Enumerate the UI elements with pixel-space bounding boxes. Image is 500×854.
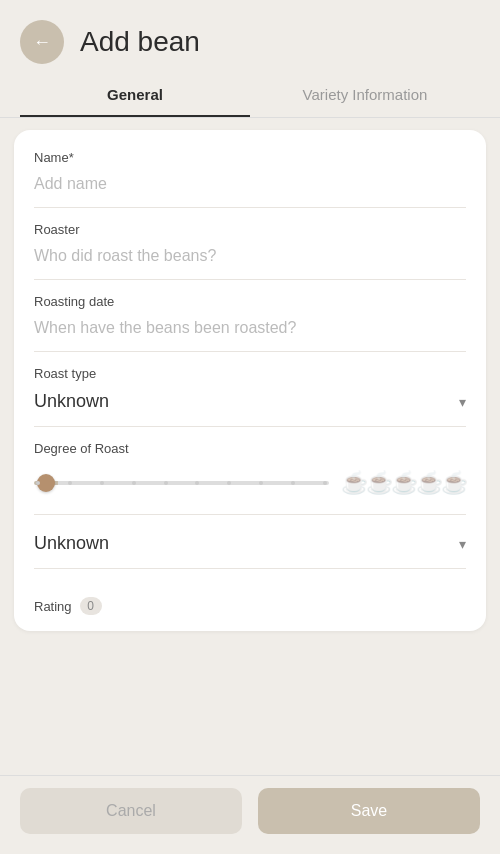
slider-dot (323, 481, 327, 485)
chevron-down-icon-2: ▾ (459, 536, 466, 552)
name-divider (34, 207, 466, 208)
roast-type-field-group: Roast type Unknown ▾ (34, 366, 466, 422)
slider-dot (227, 481, 231, 485)
bottom-spacer (0, 647, 500, 747)
bean-icon: ☕☕☕☕☕ (341, 470, 466, 496)
degree-label: Degree of Roast (34, 441, 466, 456)
roasting-date-input[interactable] (34, 315, 466, 347)
roaster-divider (34, 279, 466, 280)
slider-dot (195, 481, 199, 485)
slider-dot (164, 481, 168, 485)
second-dropdown-select[interactable]: Unknown ▾ (34, 529, 466, 564)
second-dropdown-group: Unknown ▾ (34, 529, 466, 564)
name-field-group: Name* (34, 150, 466, 203)
cancel-button[interactable]: Cancel (20, 788, 242, 834)
form-card: Name* Roaster Roasting date Roast type U… (14, 130, 486, 631)
degree-of-roast-section: Degree of Roast ☕☕ (34, 441, 466, 510)
rating-badge: 0 (80, 597, 102, 615)
roast-type-divider (34, 426, 466, 427)
roaster-field-group: Roaster (34, 222, 466, 275)
slider-dot (259, 481, 263, 485)
roasting-date-field-group: Roasting date (34, 294, 466, 347)
name-label: Name* (34, 150, 466, 165)
roasting-date-divider (34, 351, 466, 352)
roast-type-label: Roast type (34, 366, 466, 381)
slider-dot (100, 481, 104, 485)
slider-dot (36, 481, 40, 485)
roasting-date-label: Roasting date (34, 294, 466, 309)
back-button[interactable]: ← (20, 20, 64, 64)
slider-track-wrapper[interactable] (34, 481, 329, 485)
rating-section: Rating 0 (34, 583, 466, 621)
roaster-label: Roaster (34, 222, 466, 237)
roast-type-value: Unknown (34, 391, 109, 412)
back-arrow-icon: ← (33, 33, 51, 51)
tab-divider (0, 117, 500, 118)
second-dropdown-value: Unknown (34, 533, 109, 554)
rating-label: Rating (34, 599, 72, 614)
tab-general[interactable]: General (20, 74, 250, 117)
slider-dot (132, 481, 136, 485)
slider-container: ☕☕☕☕☕ (34, 462, 466, 510)
slider-divider (34, 514, 466, 515)
tabs-bar: General Variety Information (0, 74, 500, 117)
slider-dots (34, 481, 329, 485)
slider-dot (68, 481, 72, 485)
second-dropdown-divider (34, 568, 466, 569)
save-button[interactable]: Save (258, 788, 480, 834)
chevron-down-icon: ▾ (459, 394, 466, 410)
bottom-bar: Cancel Save (0, 775, 500, 854)
roast-type-select[interactable]: Unknown ▾ (34, 387, 466, 422)
name-input[interactable] (34, 171, 466, 203)
tab-variety[interactable]: Variety Information (250, 74, 480, 117)
slider-dot (291, 481, 295, 485)
page-title: Add bean (80, 26, 200, 58)
roaster-input[interactable] (34, 243, 466, 275)
header: ← Add bean (0, 0, 500, 74)
